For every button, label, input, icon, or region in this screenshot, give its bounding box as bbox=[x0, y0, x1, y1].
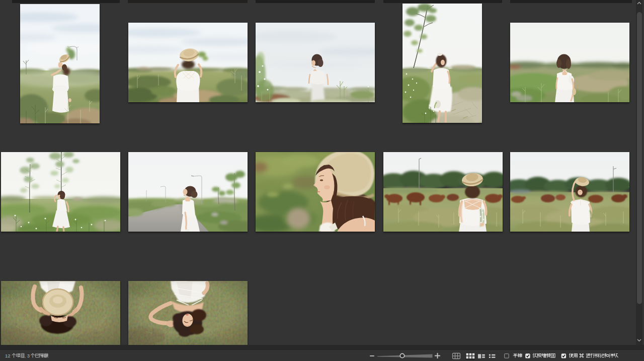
svg-text:, 3: , 3 bbox=[25, 353, 30, 358]
svg-text:12: 12 bbox=[5, 353, 11, 358]
